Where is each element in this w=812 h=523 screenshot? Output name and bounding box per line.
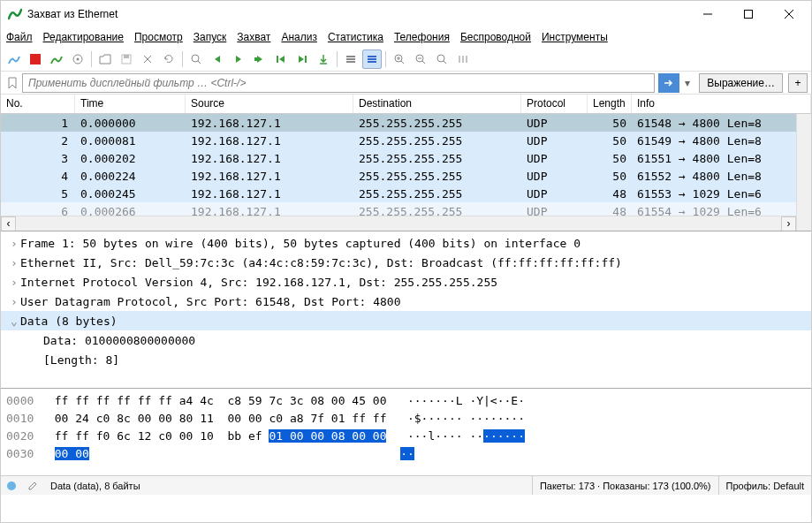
close-file-button[interactable] <box>138 49 157 69</box>
menu-analyze[interactable]: Анализ <box>281 31 317 43</box>
find-button[interactable] <box>186 49 206 69</box>
menu-wireless[interactable]: Беспроводной <box>460 31 531 43</box>
packet-details-pane[interactable]: ›Frame 1: 50 bytes on wire (400 bits), 5… <box>1 231 811 389</box>
first-packet-button[interactable] <box>271 49 291 69</box>
svg-rect-17 <box>346 56 355 57</box>
zoom-reset-button[interactable] <box>432 49 452 69</box>
reload-button[interactable] <box>159 49 178 69</box>
open-file-button[interactable] <box>95 49 115 69</box>
detail-row[interactable]: ⌄Data (8 bytes) <box>1 311 811 330</box>
filter-bar: Применить дисплейный фильтр … <Ctrl-/> ▾… <box>1 72 811 95</box>
svg-line-24 <box>401 61 404 64</box>
scroll-left-icon[interactable]: ‹ <box>1 216 16 231</box>
capture-options-button[interactable] <box>68 49 87 69</box>
goto-packet-button[interactable] <box>250 49 269 69</box>
expression-button[interactable]: Выражение… <box>699 73 783 93</box>
svg-rect-21 <box>368 58 376 60</box>
resize-columns-button[interactable] <box>453 49 473 69</box>
menubar: Файл Редактирование Просмотр Запуск Захв… <box>1 27 811 47</box>
save-button[interactable] <box>117 49 136 69</box>
last-packet-button[interactable] <box>292 49 312 69</box>
menu-capture[interactable]: Захват <box>237 31 270 43</box>
col-header-proto[interactable]: Protocol <box>521 95 588 113</box>
svg-point-30 <box>437 55 444 62</box>
horizontal-scrollbar[interactable]: ‹ › <box>1 216 796 231</box>
col-header-dest[interactable]: Destination <box>353 95 521 113</box>
prev-packet-button[interactable] <box>208 49 227 69</box>
status-text: Data (data), 8 байты <box>43 476 533 495</box>
detail-row[interactable]: [Length: 8] <box>1 350 811 369</box>
svg-rect-22 <box>368 61 376 63</box>
detail-row[interactable]: Data: 0100000800000000 <box>1 330 811 350</box>
menu-statistics[interactable]: Статистика <box>328 31 383 43</box>
detail-row[interactable]: ›Ethernet II, Src: Dell_59:7c:3c (a4:4c:… <box>1 253 811 272</box>
packet-row[interactable]: 20.000081192.168.127.1255.255.255.255UDP… <box>1 132 796 149</box>
start-capture-button[interactable] <box>4 49 24 69</box>
restart-capture-button[interactable] <box>47 49 66 69</box>
packet-row[interactable]: 50.000245192.168.127.1255.255.255.255UDP… <box>1 185 796 202</box>
toolbar <box>1 47 811 72</box>
auto-scroll-live-button[interactable] <box>362 49 382 69</box>
status-bar: Data (data), 8 байты Пакеты: 173 · Показ… <box>1 475 811 495</box>
colorize-button[interactable] <box>341 49 360 69</box>
close-button[interactable] <box>769 1 809 27</box>
detail-row[interactable]: ›Frame 1: 50 bytes on wire (400 bits), 5… <box>1 233 811 253</box>
col-header-info[interactable]: Info <box>632 95 811 113</box>
svg-rect-1 <box>745 11 753 19</box>
window-title: Захват из Ethernet <box>27 8 687 20</box>
minimize-button[interactable] <box>687 1 728 27</box>
svg-rect-4 <box>30 54 41 64</box>
bookmark-filter-button[interactable] <box>4 74 20 92</box>
display-filter-input[interactable]: Применить дисплейный фильтр … <Ctrl-/> <box>22 73 655 93</box>
app-icon <box>8 7 22 21</box>
menu-telephony[interactable]: Телефония <box>394 31 450 43</box>
packet-row[interactable]: 10.000000192.168.127.1255.255.255.255UDP… <box>1 114 796 132</box>
svg-rect-19 <box>346 61 355 63</box>
menu-edit[interactable]: Редактирование <box>43 31 124 43</box>
menu-go[interactable]: Запуск <box>194 31 227 43</box>
menu-view[interactable]: Просмотр <box>134 31 183 43</box>
status-profile[interactable]: Профиль: Default <box>719 476 811 495</box>
edit-capture-comment-icon[interactable] <box>26 479 40 493</box>
add-filter-button[interactable]: + <box>788 73 808 93</box>
svg-rect-13 <box>254 57 257 61</box>
menu-tools[interactable]: Инструменты <box>542 31 608 43</box>
svg-rect-18 <box>346 58 355 60</box>
autoscroll-button[interactable] <box>314 49 333 69</box>
col-header-time[interactable]: Time <box>75 95 186 113</box>
packet-list-body[interactable]: 10.000000192.168.127.1255.255.255.255UDP… <box>1 114 796 216</box>
titlebar: Захват из Ethernet <box>1 1 811 27</box>
zoom-out-button[interactable] <box>411 49 430 69</box>
packet-list-header[interactable]: No. Time Source Destination Protocol Len… <box>1 95 811 114</box>
packet-bytes-pane[interactable]: 0000 ff ff ff ff ff ff a4 4c c8 59 7c 3c… <box>1 389 811 475</box>
menu-file[interactable]: Файл <box>6 31 33 43</box>
apply-filter-button[interactable] <box>658 73 679 93</box>
detail-row[interactable]: ›Internet Protocol Version 4, Src: 192.1… <box>1 272 811 292</box>
filter-dropdown-icon[interactable]: ▾ <box>681 77 694 89</box>
next-packet-button[interactable] <box>229 49 248 69</box>
col-header-no[interactable]: No. <box>1 95 75 113</box>
scroll-right-icon[interactable]: › <box>781 216 796 231</box>
svg-point-35 <box>7 481 16 490</box>
packet-list-pane: No. Time Source Destination Protocol Len… <box>1 95 811 231</box>
expert-info-icon[interactable] <box>4 479 19 493</box>
svg-rect-8 <box>124 55 129 58</box>
zoom-in-button[interactable] <box>390 49 409 69</box>
packet-row[interactable]: 30.000202192.168.127.1255.255.255.255UDP… <box>1 149 796 167</box>
svg-point-11 <box>192 55 199 62</box>
packet-row[interactable]: 40.000224192.168.127.1255.255.255.255UDP… <box>1 167 796 185</box>
svg-line-28 <box>422 61 425 64</box>
svg-point-6 <box>77 57 80 60</box>
svg-line-31 <box>444 61 446 64</box>
status-packets: Пакеты: 173 · Показаны: 173 (100.0%) <box>533 476 719 495</box>
svg-line-12 <box>198 61 201 64</box>
vertical-scrollbar[interactable] <box>796 114 811 231</box>
maximize-button[interactable] <box>728 1 769 27</box>
stop-capture-button[interactable] <box>26 49 45 69</box>
col-header-len[interactable]: Length <box>588 95 632 113</box>
col-header-source[interactable]: Source <box>186 95 353 113</box>
svg-rect-20 <box>368 56 376 57</box>
packet-row[interactable]: 60.000266192.168.127.1255.255.255.255UDP… <box>1 202 796 216</box>
detail-row[interactable]: ›User Datagram Protocol, Src Port: 61548… <box>1 292 811 311</box>
